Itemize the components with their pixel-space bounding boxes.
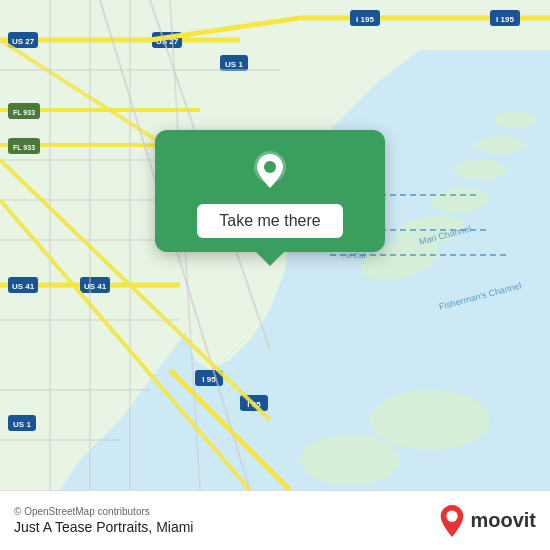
svg-point-7 xyxy=(452,160,508,180)
svg-point-69 xyxy=(447,510,458,521)
svg-point-9 xyxy=(493,112,537,128)
svg-text:US 41: US 41 xyxy=(84,282,107,291)
location-pin-icon xyxy=(247,148,293,194)
action-card: Take me there xyxy=(155,130,385,252)
svg-text:US 41: US 41 xyxy=(12,282,35,291)
moovit-pin-icon xyxy=(438,504,466,538)
svg-text:US 1: US 1 xyxy=(225,60,243,69)
svg-point-68 xyxy=(264,161,276,173)
bottom-left-info: © OpenStreetMap contributors Just A Teas… xyxy=(14,506,193,535)
take-me-there-button[interactable]: Take me there xyxy=(197,204,342,238)
svg-text:...d Cut: ...d Cut xyxy=(340,251,367,260)
svg-text:US 27: US 27 xyxy=(12,37,35,46)
svg-text:FL 933: FL 933 xyxy=(13,144,35,151)
moovit-logo[interactable]: moovit xyxy=(438,504,536,538)
svg-point-8 xyxy=(475,136,525,154)
map-container: US 27 US 27 I 195 I 195 FL 933 FL 933 US… xyxy=(0,0,550,490)
svg-text:I 195: I 195 xyxy=(496,15,514,24)
location-name: Just A Tease Portraits, Miami xyxy=(14,519,193,535)
moovit-brand-text: moovit xyxy=(470,509,536,532)
svg-text:I 195: I 195 xyxy=(356,15,374,24)
svg-point-11 xyxy=(300,435,400,485)
svg-text:FL 933: FL 933 xyxy=(13,109,35,116)
bottom-bar: © OpenStreetMap contributors Just A Teas… xyxy=(0,490,550,550)
svg-text:US 1: US 1 xyxy=(13,420,31,429)
svg-text:I 95: I 95 xyxy=(202,375,216,384)
osm-attribution: © OpenStreetMap contributors xyxy=(14,506,193,517)
svg-point-10 xyxy=(370,390,490,450)
